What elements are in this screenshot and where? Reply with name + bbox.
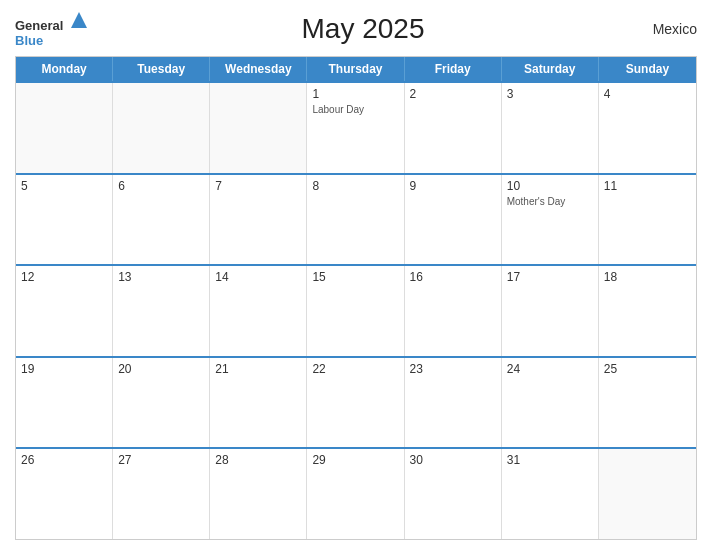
logo-blue-text: Blue: [15, 33, 43, 48]
cal-cell: 1Labour Day: [307, 83, 404, 173]
cal-cell: 20: [113, 358, 210, 448]
country-label: Mexico: [637, 21, 697, 37]
week-2: 5678910Mother's Day11: [16, 173, 696, 265]
day-number: 14: [215, 270, 301, 284]
cal-cell: 3: [502, 83, 599, 173]
cal-cell: 29: [307, 449, 404, 539]
cal-cell: 18: [599, 266, 696, 356]
cal-cell: 15: [307, 266, 404, 356]
logo-general-text: General: [15, 18, 63, 33]
day-number: 31: [507, 453, 593, 467]
cal-cell: 12: [16, 266, 113, 356]
day-number: 5: [21, 179, 107, 193]
cal-cell: 26: [16, 449, 113, 539]
cal-cell: 19: [16, 358, 113, 448]
header-day-monday: Monday: [16, 57, 113, 81]
day-number: 1: [312, 87, 398, 101]
cal-cell: 25: [599, 358, 696, 448]
day-number: 29: [312, 453, 398, 467]
day-number: 30: [410, 453, 496, 467]
cal-cell: 27: [113, 449, 210, 539]
cal-cell: 11: [599, 175, 696, 265]
cal-cell: 10Mother's Day: [502, 175, 599, 265]
cal-cell: [599, 449, 696, 539]
day-number: 16: [410, 270, 496, 284]
day-number: 27: [118, 453, 204, 467]
calendar-title: May 2025: [89, 13, 637, 45]
header-day-tuesday: Tuesday: [113, 57, 210, 81]
day-number: 3: [507, 87, 593, 101]
cal-cell: 8: [307, 175, 404, 265]
cal-cell: 24: [502, 358, 599, 448]
day-number: 23: [410, 362, 496, 376]
day-number: 11: [604, 179, 691, 193]
week-4: 19202122232425: [16, 356, 696, 448]
cal-cell: 4: [599, 83, 696, 173]
header-day-saturday: Saturday: [502, 57, 599, 81]
week-5: 262728293031: [16, 447, 696, 539]
cal-cell: 30: [405, 449, 502, 539]
cal-cell: 16: [405, 266, 502, 356]
logo: General Blue: [15, 10, 89, 48]
day-number: 7: [215, 179, 301, 193]
cal-cell: [113, 83, 210, 173]
cal-cell: 14: [210, 266, 307, 356]
cal-cell: 31: [502, 449, 599, 539]
cal-cell: [210, 83, 307, 173]
event-label: Labour Day: [312, 103, 398, 116]
header-day-sunday: Sunday: [599, 57, 696, 81]
day-number: 28: [215, 453, 301, 467]
day-number: 15: [312, 270, 398, 284]
page: General Blue May 2025 Mexico MondayTuesd…: [0, 0, 712, 550]
week-1: 1Labour Day234: [16, 81, 696, 173]
svg-marker-0: [71, 12, 87, 28]
day-number: 17: [507, 270, 593, 284]
day-number: 12: [21, 270, 107, 284]
day-number: 13: [118, 270, 204, 284]
day-number: 9: [410, 179, 496, 193]
header-day-thursday: Thursday: [307, 57, 404, 81]
event-label: Mother's Day: [507, 195, 593, 208]
header: General Blue May 2025 Mexico: [15, 10, 697, 48]
day-number: 22: [312, 362, 398, 376]
cal-cell: 28: [210, 449, 307, 539]
header-day-wednesday: Wednesday: [210, 57, 307, 81]
cal-cell: 21: [210, 358, 307, 448]
day-number: 20: [118, 362, 204, 376]
cal-cell: 9: [405, 175, 502, 265]
header-day-friday: Friday: [405, 57, 502, 81]
calendar-body: 1Labour Day2345678910Mother's Day1112131…: [16, 81, 696, 539]
day-number: 26: [21, 453, 107, 467]
week-3: 12131415161718: [16, 264, 696, 356]
cal-cell: 17: [502, 266, 599, 356]
day-number: 2: [410, 87, 496, 101]
cal-cell: 6: [113, 175, 210, 265]
day-number: 10: [507, 179, 593, 193]
day-number: 4: [604, 87, 691, 101]
cal-cell: 13: [113, 266, 210, 356]
calendar: MondayTuesdayWednesdayThursdayFridaySatu…: [15, 56, 697, 540]
day-number: 6: [118, 179, 204, 193]
day-number: 24: [507, 362, 593, 376]
logo-icon: [69, 10, 89, 30]
day-number: 18: [604, 270, 691, 284]
cal-cell: 7: [210, 175, 307, 265]
cal-cell: 2: [405, 83, 502, 173]
calendar-header: MondayTuesdayWednesdayThursdayFridaySatu…: [16, 57, 696, 81]
day-number: 25: [604, 362, 691, 376]
cal-cell: [16, 83, 113, 173]
day-number: 21: [215, 362, 301, 376]
day-number: 19: [21, 362, 107, 376]
cal-cell: 22: [307, 358, 404, 448]
cal-cell: 5: [16, 175, 113, 265]
day-number: 8: [312, 179, 398, 193]
cal-cell: 23: [405, 358, 502, 448]
